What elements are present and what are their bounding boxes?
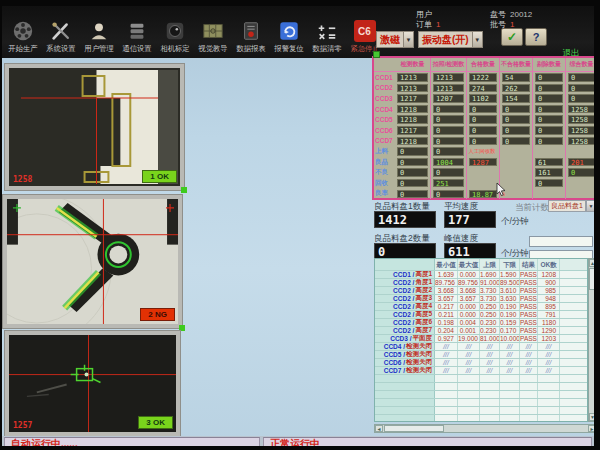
measure-value: PASS (520, 295, 538, 302)
chevron-down-icon[interactable]: ▼ (472, 31, 483, 48)
confirm-button[interactable]: ✓ (501, 28, 523, 46)
measure-item-label: 检测关闭 (406, 343, 432, 350)
data-clear-button[interactable]: 数据清零 (308, 20, 345, 54)
stats-row: CCD6121700001258 (374, 125, 594, 136)
measure-value: 791 (538, 311, 560, 318)
start-production-button[interactable]: 开始生产 (4, 20, 41, 54)
stats-cell: 1218 (395, 136, 431, 147)
measure-empty-row (375, 391, 587, 399)
system-settings-button[interactable]: 系统设置 (42, 20, 79, 54)
tray-input-1[interactable] (529, 236, 593, 247)
scroll-left-icon[interactable]: ◄ (375, 425, 383, 432)
stats-row-label: CCD1 (374, 74, 395, 81)
comm-settings-button[interactable]: 通信设置 (118, 20, 155, 54)
horizontal-scrollbar[interactable]: ◄ ► (374, 424, 594, 433)
stats-value: 0 (502, 137, 530, 146)
stats-col-header: 检测数量 (395, 58, 431, 71)
stats-value: 0 (535, 115, 563, 124)
camera-lens-icon (164, 20, 186, 42)
stats-value: 1218 (397, 137, 428, 146)
vertical-scrollbar[interactable]: ▲ ▼ (588, 258, 594, 422)
measure-value: 3.730 (480, 287, 500, 294)
measure-row-label (375, 391, 435, 398)
camera-calibration-button[interactable]: 相机标定 (156, 20, 193, 54)
measure-empty-row (375, 415, 587, 422)
measure-value (560, 383, 587, 390)
measure-value (435, 407, 458, 414)
measure-value (560, 415, 587, 422)
stats-cell: 1218 (395, 114, 431, 125)
tools-icon (50, 20, 72, 42)
alarm-reset-button[interactable]: 报警复位 (270, 20, 307, 54)
scroll-thumb[interactable] (384, 425, 444, 432)
measure-ccd-label: CCD2 / (393, 287, 414, 294)
measure-value: /// (520, 367, 538, 374)
measure-empty-row (375, 375, 587, 383)
measure-extra (560, 343, 587, 350)
toolbar-label: 数据清零 (312, 43, 341, 53)
help-button[interactable]: ? (525, 28, 547, 46)
data-report-button[interactable]: 数据报表 (232, 20, 269, 54)
scroll-up-icon[interactable]: ▲ (589, 259, 594, 267)
measure-col-header: 最小值 (435, 259, 458, 270)
measure-value: PASS (520, 327, 538, 334)
camera-3-counter: 1257 (13, 421, 32, 430)
measure-value: 0.198 (435, 319, 458, 326)
stats-cell (500, 146, 533, 157)
measure-value (458, 415, 480, 422)
measure-value: /// (500, 359, 520, 366)
stats-cell: 0 (431, 114, 467, 125)
stats-cell: 54 (500, 72, 533, 83)
order-label: 订单 (416, 19, 432, 30)
measure-value (480, 407, 500, 414)
measure-extra (560, 311, 587, 318)
chevron-down-icon[interactable]: ▼ (586, 200, 594, 212)
current-tray-dropdown[interactable]: 良品料盘1 ▼ (548, 200, 594, 212)
scroll-right-icon[interactable]: ► (588, 425, 594, 432)
measure-row-label (375, 399, 435, 406)
stats-cell: 0 (533, 114, 566, 125)
stats-value: 1218 (397, 115, 428, 124)
measure-item-label: 高度6 (415, 319, 432, 326)
chevron-down-icon[interactable]: ▼ (403, 31, 414, 48)
stats-value: 0 (397, 147, 428, 156)
measure-item-label: 高度1 (415, 271, 432, 278)
stats-value: 154 (502, 94, 530, 103)
stats-value: 1218 (397, 105, 428, 114)
vibration-tray-dropdown[interactable]: 振动盘(开) ▼ (418, 31, 483, 48)
stats-value: 0 (469, 137, 497, 146)
measure-empty-row (375, 407, 587, 415)
stats-cell: 0 (431, 167, 467, 178)
stats-cell: 0 (500, 136, 533, 147)
measure-value (538, 375, 560, 382)
stats-cell: 1222 (467, 72, 500, 83)
user-management-button[interactable]: 用户管理 (80, 20, 117, 54)
stats-cell: 1218 (395, 104, 431, 115)
measure-ccd-label: CCD2 / (393, 319, 414, 326)
stats-value: 0 (568, 84, 594, 93)
scroll-down-icon[interactable]: ▼ (589, 413, 594, 421)
stats-cell: 1213 (395, 83, 431, 94)
stats-cell: 1004 (431, 157, 467, 168)
measure-row-label: CCD1 /高度1 (375, 271, 435, 278)
vision-teaching-button[interactable]: 视觉教导 (194, 20, 231, 54)
measure-value: /// (435, 367, 458, 374)
excitation-dropdown[interactable]: 激磁 ▼ (376, 31, 414, 48)
measure-value: 3.668 (458, 287, 480, 294)
measure-value: 19.000 (458, 335, 480, 342)
tray-no-value: 20012 (510, 10, 532, 19)
measure-value (500, 407, 520, 414)
stats-value: 0 (433, 147, 464, 156)
measure-value: 1180 (538, 319, 560, 326)
scroll-thumb[interactable] (589, 268, 594, 290)
measure-value (435, 391, 458, 398)
measure-extra (560, 295, 587, 302)
measure-col-header: OK数 (538, 259, 560, 270)
measure-value (458, 407, 480, 414)
measure-value: PASS (520, 271, 538, 278)
stats-cell: 1102 (467, 93, 500, 104)
measure-row-label: CCD7 /检测关闭 (375, 367, 435, 374)
measure-ccd-label: CCD5 / (384, 351, 405, 358)
measure-row-label: CCD2 /角度1 (375, 279, 435, 286)
stats-cell: 0 (566, 83, 594, 94)
